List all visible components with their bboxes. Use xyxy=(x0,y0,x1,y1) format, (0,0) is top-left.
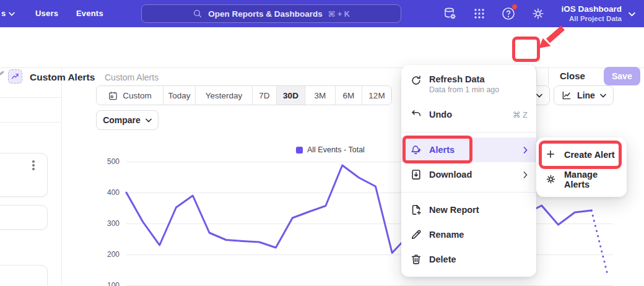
date-range-label: 3M xyxy=(315,91,326,100)
chevron-down-icon xyxy=(600,93,606,98)
chevron-down-icon xyxy=(146,118,152,123)
chevron-down-icon xyxy=(9,12,15,16)
refresh-icon xyxy=(410,74,422,87)
search-input[interactable]: Open Reports & Dashboards ⌘ + K xyxy=(141,4,401,23)
menu-item-delete[interactable]: Delete xyxy=(401,247,536,272)
y-axis-tick: 200 xyxy=(93,250,120,259)
line-chart-icon xyxy=(561,90,572,101)
sidebar-card[interactable] xyxy=(0,153,48,197)
breadcrumb: Custom Alerts xyxy=(105,72,159,82)
pencil-icon xyxy=(410,228,422,241)
download-icon xyxy=(410,168,422,181)
menu-divider xyxy=(401,132,536,132)
menu-label: New Report xyxy=(429,205,479,215)
nav-item-users[interactable]: Users xyxy=(35,9,58,18)
gear-icon xyxy=(545,173,557,186)
date-range-label: Custom xyxy=(123,91,152,100)
close-button[interactable]: Close xyxy=(560,71,585,81)
kebab-menu-icon[interactable] xyxy=(31,159,36,171)
search-placeholder: Open Reports & Dashboards xyxy=(208,9,323,19)
menu-item-undo[interactable]: Undo ⌘ Z xyxy=(401,102,536,127)
sidebar-card[interactable] xyxy=(0,205,48,230)
date-range-today[interactable]: Today xyxy=(163,86,196,105)
submenu-item-manage-alerts[interactable]: Manage Alerts xyxy=(536,167,627,192)
dashboard-name: iOS Dashboard xyxy=(561,4,622,14)
y-axis-tick: 100 xyxy=(93,281,120,286)
menu-label: Rename xyxy=(429,230,464,240)
keyboard-shortcut: ⌘ Z xyxy=(512,110,528,119)
page-title: Custom Alerts xyxy=(30,72,95,83)
sidebar-card[interactable] xyxy=(0,265,48,286)
save-button[interactable]: Save xyxy=(604,67,640,85)
gear-icon[interactable] xyxy=(531,6,546,21)
menu-label: Alerts xyxy=(429,145,455,155)
alert-bell-icon xyxy=(410,144,422,156)
undo-icon xyxy=(410,108,422,121)
date-range-6m[interactable]: 6M xyxy=(336,86,362,105)
date-range-label: Today xyxy=(168,91,190,100)
menu-divider xyxy=(401,192,536,193)
menu-item-download[interactable]: Download xyxy=(401,162,536,187)
chevron-down-icon xyxy=(536,93,542,98)
date-range-label: Yesterday xyxy=(206,91,243,100)
submenu-label: Create Alert xyxy=(564,150,615,160)
menu-label: Refresh Data xyxy=(429,74,499,84)
report-header: Custom Alerts Custom Alerts GV Duplicate… xyxy=(0,27,644,68)
gridline xyxy=(126,254,613,255)
y-axis-tick: 500 xyxy=(93,157,120,166)
apps-grid-icon[interactable] xyxy=(472,6,487,21)
date-range-30d-selected[interactable]: 30D xyxy=(277,86,305,105)
date-range-label: 6M xyxy=(343,91,355,100)
chart-legend[interactable]: All Events - Total xyxy=(296,145,365,154)
chevron-right-icon xyxy=(523,147,528,154)
nav-item-events[interactable]: Events xyxy=(76,9,103,18)
legend-label: All Events - Total xyxy=(307,145,365,154)
menu-item-new-report[interactable]: New Report xyxy=(401,197,536,222)
top-navbar: s Users Events Open Reports & Dashboards… xyxy=(0,0,644,27)
menu-item-refresh-data[interactable]: Refresh Data Data from 1 min ago xyxy=(401,70,536,102)
chart-type-label: Line xyxy=(577,90,595,100)
date-range-label: 30D xyxy=(283,91,298,100)
menu-item-alerts[interactable]: Alerts xyxy=(401,137,536,162)
plus-icon xyxy=(545,149,557,161)
date-range-label: 12M xyxy=(368,91,385,100)
search-icon xyxy=(193,9,202,19)
date-range-control: Custom Today Yesterday 7D 30D 3M 6M 12M xyxy=(96,85,392,105)
left-panel-divider xyxy=(61,68,62,286)
compare-button[interactable]: Compare xyxy=(96,110,159,130)
truncated-nav-item[interactable]: s xyxy=(1,9,6,18)
gridline xyxy=(126,223,613,224)
collapsed-icon-fragment xyxy=(0,71,4,76)
more-options-menu: Refresh Data Data from 1 min ago Undo ⌘ … xyxy=(401,65,536,277)
date-range-yesterday[interactable]: Yesterday xyxy=(196,86,253,105)
menu-item-rename[interactable]: Rename xyxy=(401,222,536,247)
data-management-icon[interactable] xyxy=(442,6,457,21)
project-switcher[interactable]: iOS Dashboard All Project Data xyxy=(561,4,622,23)
notification-badge xyxy=(511,4,518,10)
insights-report-icon xyxy=(8,69,22,84)
legend-color-swatch xyxy=(296,147,303,154)
calendar-icon xyxy=(108,90,118,101)
chevron-down-icon xyxy=(629,12,635,17)
search-shortcut: ⌘ + K xyxy=(328,9,350,19)
y-axis-tick: 400 xyxy=(93,188,120,197)
menu-label: Delete xyxy=(429,254,456,264)
submenu-label: Manage Alerts xyxy=(564,170,618,189)
menu-refresh-subtitle: Data from 1 min ago xyxy=(429,85,499,94)
left-panel-separator xyxy=(0,122,61,123)
menu-label: Download xyxy=(429,170,472,180)
new-report-icon xyxy=(410,204,422,216)
submenu-item-create-alert[interactable]: Create Alert xyxy=(536,142,627,167)
header-divider xyxy=(548,67,549,85)
y-axis-tick: 300 xyxy=(93,219,120,228)
compare-label: Compare xyxy=(103,115,141,125)
date-range-7d[interactable]: 7D xyxy=(253,86,277,105)
date-range-3m[interactable]: 3M xyxy=(305,86,336,105)
trash-icon xyxy=(410,253,422,266)
chart-type-button[interactable]: Line xyxy=(554,85,614,105)
chevron-right-icon xyxy=(523,171,528,178)
date-range-12m[interactable]: 12M xyxy=(362,86,391,105)
date-range-custom[interactable]: Custom xyxy=(97,86,163,105)
alerts-submenu: Create Alert Manage Alerts xyxy=(536,137,627,197)
date-range-label: 7D xyxy=(259,91,269,100)
